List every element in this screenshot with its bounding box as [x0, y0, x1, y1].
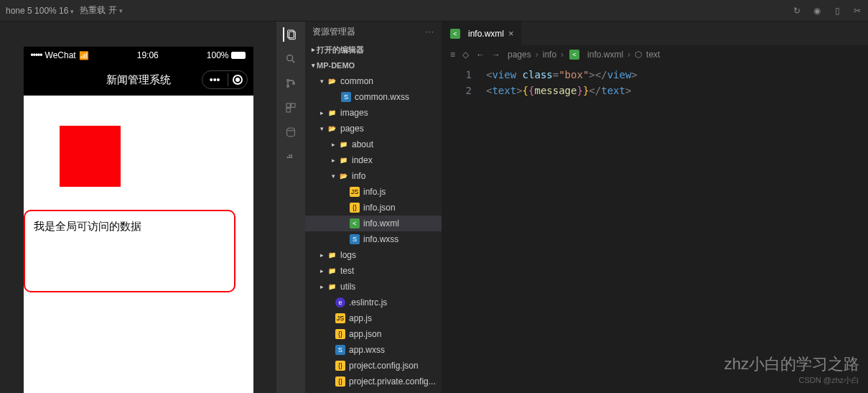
svg-rect-8 [291, 103, 295, 107]
file-tree: 打开的编辑器 MP-DEMO 📂common Scommon.wxss 📁ima… [305, 42, 442, 393]
top-toolbar: hone 5 100% 16 热重载 开 ↻ ◉ ▯ ✂ [0, 0, 868, 22]
folder-utils[interactable]: 📁utils [305, 279, 442, 295]
code-editor[interactable]: 1 2 <view class="box"></view> <text>{{me… [442, 64, 868, 393]
svg-line-3 [292, 60, 294, 63]
file-app-js[interactable]: JSapp.js [305, 310, 442, 326]
folder-common[interactable]: 📂common [305, 73, 442, 89]
section-open-editors[interactable]: 打开的编辑器 [305, 42, 442, 57]
docker-icon[interactable] [284, 149, 298, 164]
bookmark-icon[interactable]: ◇ [462, 50, 469, 60]
explorer-panel: 资源管理器 ··· 打开的编辑器 MP-DEMO 📂common Scommon… [305, 22, 442, 393]
bc-pages[interactable]: pages [508, 50, 531, 60]
file-info-json[interactable]: {}info.json [305, 200, 442, 216]
phone-nav-header: 新闻管理系统 ••• [24, 64, 253, 96]
svg-point-5 [287, 85, 289, 88]
battery-icon [231, 52, 246, 59]
explorer-icon[interactable] [283, 27, 297, 42]
phone-body: 我是全局可访问的数据 [24, 96, 253, 393]
signal-dots: ••••• [31, 50, 42, 60]
folder-about[interactable]: 📁about [305, 137, 442, 152]
svg-rect-9 [286, 108, 290, 112]
phone-statusbar: ••••• WeChat 19:06 100% [24, 47, 253, 64]
cut-icon[interactable]: ✂ [852, 6, 862, 16]
file-project-private[interactable]: {}project.private.config... [305, 374, 442, 389]
svg-point-10 [287, 128, 295, 131]
editor-panel: < info.wxml × ≡ ◇ ← → pages info < info.… [442, 22, 868, 393]
wifi-icon [79, 50, 89, 60]
breadcrumb: ≡ ◇ ← → pages info < info.wxml ⬡ text [442, 45, 868, 64]
folder-pages[interactable]: 📂pages [305, 121, 442, 137]
folder-test[interactable]: 📁test [305, 263, 442, 279]
bc-symbol[interactable]: text [646, 50, 660, 60]
bc-info[interactable]: info [543, 50, 556, 60]
code-line-2[interactable]: <text>{{message}}</text> [486, 83, 868, 98]
code-content[interactable]: <view class="box"></view> <text>{{messag… [486, 67, 868, 393]
folder-info[interactable]: 📂info [305, 168, 442, 184]
folder-logs[interactable]: 📁logs [305, 247, 442, 263]
editor-tabs: < info.wxml × [442, 22, 868, 45]
svg-point-6 [293, 83, 295, 85]
file-info-wxml[interactable]: <info.wxml [305, 216, 442, 231]
activity-bar [276, 22, 305, 393]
svg-point-2 [287, 55, 293, 61]
phone-time: 19:06 [137, 50, 159, 60]
capsule-button[interactable]: ••• [202, 70, 248, 89]
hot-reload-toggle[interactable]: 热重载 开 [80, 4, 122, 17]
close-icon[interactable]: × [508, 28, 514, 39]
explorer-more-icon[interactable]: ··· [425, 27, 434, 37]
file-common-wxss[interactable]: Scommon.wxss [305, 89, 442, 105]
close-ring-icon[interactable] [228, 75, 247, 85]
svg-rect-7 [286, 103, 290, 107]
list-icon[interactable]: ≡ [450, 50, 455, 60]
device-selector[interactable]: hone 5 100% 16 [6, 6, 74, 16]
wxml-file-icon: < [450, 29, 460, 39]
back-icon[interactable]: ← [476, 50, 485, 60]
extensions-icon[interactable] [284, 101, 298, 115]
tab-info-wxml[interactable]: < info.wxml × [442, 22, 522, 45]
svg-point-4 [287, 80, 289, 82]
menu-dots-icon[interactable]: ••• [202, 74, 228, 85]
message-text: 我是全局可访问的数据 [24, 210, 235, 292]
line-gutter: 1 2 [442, 67, 486, 393]
explorer-title: 资源管理器 [312, 26, 355, 38]
device-icon[interactable]: ▯ [832, 6, 842, 16]
watermark: zhz小白的学习之路 CSDN @zhz小白 [724, 353, 859, 386]
explorer-header: 资源管理器 ··· [305, 22, 442, 42]
file-project-config[interactable]: {}project.config.json [305, 358, 442, 374]
database-icon[interactable] [284, 125, 298, 139]
red-box-view [60, 126, 121, 187]
battery-percent: 100% [207, 50, 229, 60]
refresh-icon[interactable]: ↻ [792, 6, 802, 16]
page-title: 新闻管理系统 [106, 73, 171, 87]
forward-icon[interactable]: → [492, 50, 500, 60]
folder-index[interactable]: 📁index [305, 152, 442, 168]
record-icon[interactable]: ◉ [812, 6, 822, 16]
message-text-content: 我是全局可访问的数据 [34, 220, 141, 232]
file-eslintrc[interactable]: e.eslintrc.js [305, 295, 442, 310]
file-app-json[interactable]: {}app.json [305, 326, 442, 342]
file-app-wxss[interactable]: Sapp.wxss [305, 342, 442, 358]
search-icon[interactable] [284, 52, 298, 66]
bc-file[interactable]: info.wxml [587, 50, 623, 60]
folder-images[interactable]: 📁images [305, 105, 442, 121]
file-info-js[interactable]: JSinfo.js [305, 184, 442, 200]
simulator-panel: ••••• WeChat 19:06 100% 新闻管理系统 ••• [0, 22, 276, 393]
carrier-label: WeChat [45, 50, 76, 60]
source-control-icon[interactable] [284, 76, 298, 91]
file-info-wxss[interactable]: Sinfo.wxss [305, 231, 442, 247]
phone-frame: ••••• WeChat 19:06 100% 新闻管理系统 ••• [24, 47, 253, 393]
section-project[interactable]: MP-DEMO [305, 57, 442, 73]
tab-label: info.wxml [468, 29, 504, 39]
code-line-1[interactable]: <view class="box"></view> [486, 67, 868, 83]
wxml-file-icon: < [569, 50, 579, 60]
